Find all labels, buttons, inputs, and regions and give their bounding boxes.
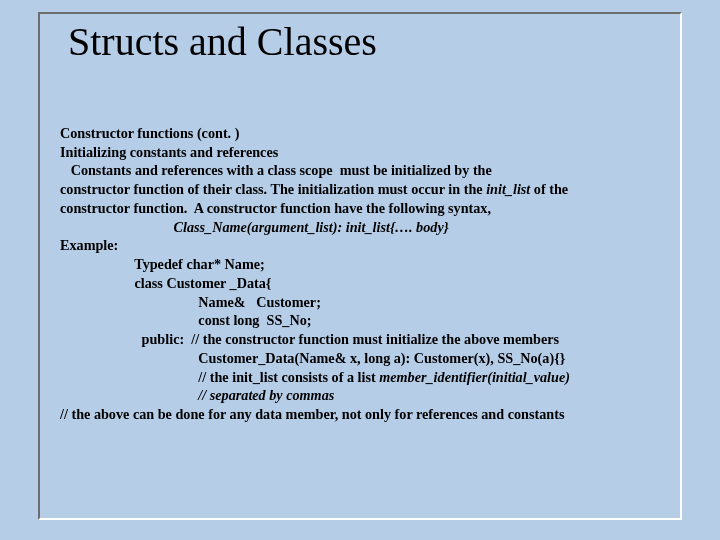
text-line: Name& Customer; [60, 293, 680, 312]
text-line: Constructor functions (cont. ) [60, 124, 680, 143]
text-line: // the above can be done for any data me… [60, 405, 680, 424]
text-line: const long SS_No; [60, 311, 680, 330]
text-italic: init_list [486, 181, 530, 197]
text-line: // the init_list consists of a list memb… [60, 368, 680, 387]
text-line-italic: // separated by commas [60, 386, 680, 405]
text-line: Constants and references with a class sc… [60, 161, 680, 180]
text-line: public: // the constructor function must… [60, 330, 680, 349]
text-italic: member_identifier(initial_value) [379, 369, 570, 385]
slide-title: Structs and Classes [68, 18, 387, 65]
slide-body: Constructor functions (cont. ) Initializ… [60, 124, 680, 424]
text-line: Typedef char* Name; [60, 255, 680, 274]
text-line: class Customer _Data{ [60, 274, 680, 293]
text-line-italic: Class_Name(argument_list): init_list{…. … [60, 218, 680, 237]
text-span: // the init_list consists of a list [60, 369, 379, 385]
text-line: constructor function of their class. The… [60, 180, 680, 199]
text-line: Customer_Data(Name& x, long a): Customer… [60, 349, 680, 368]
text-line: Initializing constants and references [60, 143, 680, 162]
text-line: constructor function. A constructor func… [60, 199, 680, 218]
text-line: Example: [60, 236, 680, 255]
text-span: constructor function of their class. The… [60, 181, 486, 197]
text-span: of the [530, 181, 568, 197]
